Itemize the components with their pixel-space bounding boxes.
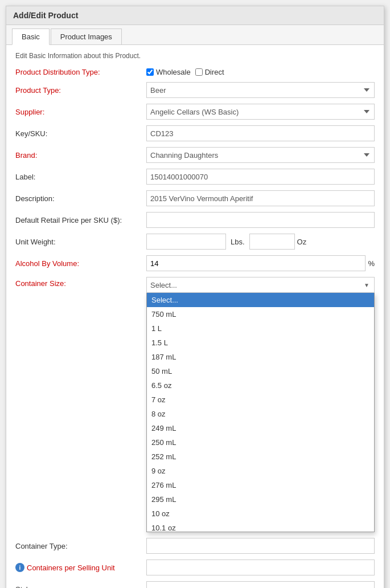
- direct-checkbox-label[interactable]: Direct: [195, 68, 224, 76]
- dropdown-item-750ml[interactable]: 750 mL: [147, 307, 374, 321]
- dropdown-item-1l[interactable]: 1 L: [147, 321, 374, 336]
- container-size-label: Container Size:: [15, 277, 146, 288]
- chevron-down-icon: ▼: [364, 282, 370, 288]
- container-type-row: Container Type:: [15, 538, 375, 554]
- dropdown-item-select[interactable]: Select...: [147, 293, 374, 307]
- brand-row: Brand: Channing Daughters: [15, 147, 375, 163]
- lbs-label: Lbs.: [228, 238, 247, 246]
- key-sku-row: Key/SKU:: [15, 125, 375, 141]
- dropdown-item-10-1oz[interactable]: 10.1 oz: [147, 521, 374, 532]
- distribution-checkboxes: Wholesale Direct: [146, 68, 375, 76]
- distribution-type-label: Product Distribution Type:: [15, 68, 146, 76]
- oz-label: Oz: [297, 238, 307, 246]
- tab-bar: Basic Product Images: [6, 25, 384, 45]
- container-size-row: Container Size: Select... ▼ Select... 75…: [15, 277, 375, 532]
- dropdown-item-10oz[interactable]: 10 oz: [147, 507, 374, 521]
- abv-inputs: %: [146, 255, 375, 271]
- label-input[interactable]: [146, 169, 375, 185]
- product-type-row: Product Type: Beer Wine Spirits Non-Alco…: [15, 82, 375, 98]
- style-input[interactable]: [146, 581, 375, 588]
- abv-input[interactable]: [146, 255, 366, 271]
- brand-select[interactable]: Channing Daughters: [146, 147, 375, 163]
- unit-weight-inputs: Lbs. Oz: [146, 234, 375, 250]
- style-row: Style:: [15, 581, 375, 588]
- containers-per-selling-input[interactable]: [146, 560, 375, 575]
- pct-label: %: [368, 259, 375, 268]
- dropdown-item-7oz[interactable]: 7 oz: [147, 393, 374, 407]
- wholesale-checkbox[interactable]: [146, 68, 154, 76]
- subtitle: Edit Basic Information about this Produc…: [15, 52, 375, 60]
- brand-label: Brand:: [15, 151, 146, 160]
- container-size-select[interactable]: Select... ▼: [146, 277, 375, 293]
- abv-row: Alcohol By Volume: %: [15, 255, 375, 271]
- description-input[interactable]: [146, 190, 375, 206]
- info-icon: i: [15, 563, 24, 572]
- key-sku-label: Key/SKU:: [15, 129, 146, 138]
- unit-weight-oz-input[interactable]: [249, 234, 295, 250]
- dropdown-item-187ml[interactable]: 187 mL: [147, 350, 374, 364]
- containers-per-selling-label: i Containers per Selling Unit: [15, 563, 146, 572]
- unit-weight-label: Unit Weight:: [15, 238, 146, 246]
- dropdown-item-50ml[interactable]: 50 mL: [147, 364, 374, 378]
- dropdown-item-276ml[interactable]: 276 mL: [147, 478, 374, 492]
- default-retail-label: Default Retail Price per SKU ($):: [15, 216, 146, 224]
- containers-per-selling-row: i Containers per Selling Unit: [15, 560, 375, 575]
- tab-basic[interactable]: Basic: [12, 28, 50, 45]
- unit-weight-row: Unit Weight: Lbs. Oz: [15, 234, 375, 250]
- key-sku-input[interactable]: [146, 125, 375, 141]
- supplier-select[interactable]: Angelic Cellars (WS Basic): [146, 104, 375, 120]
- supplier-label: Supplier:: [15, 108, 146, 116]
- dropdown-item-6-5oz[interactable]: 6.5 oz: [147, 378, 374, 393]
- dropdown-item-250ml[interactable]: 250 mL: [147, 435, 374, 450]
- label-label: Label:: [15, 173, 146, 181]
- form-content: Edit Basic Information about this Produc…: [6, 45, 384, 588]
- dropdown-item-249ml[interactable]: 249 mL: [147, 421, 374, 435]
- dropdown-item-8oz[interactable]: 8 oz: [147, 407, 374, 421]
- container-size-dropdown: Select... 750 mL 1 L 1.5 L 187 mL 50 mL …: [146, 293, 375, 532]
- tab-product-images[interactable]: Product Images: [51, 28, 122, 44]
- abv-label: Alcohol By Volume:: [15, 259, 146, 268]
- product-type-label: Product Type:: [15, 86, 146, 95]
- container-type-label: Container Type:: [15, 542, 146, 550]
- description-label: Description:: [15, 194, 146, 203]
- add-edit-product-window: Add/Edit Product Basic Product Images Ed…: [6, 6, 384, 588]
- supplier-row: Supplier: Angelic Cellars (WS Basic): [15, 104, 375, 120]
- distribution-type-row: Product Distribution Type: Wholesale Dir…: [15, 68, 375, 76]
- container-size-wrapper: Select... ▼ Select... 750 mL 1 L 1.5 L 1…: [146, 277, 375, 532]
- window-title: Add/Edit Product: [6, 6, 384, 25]
- dropdown-item-1-5l[interactable]: 1.5 L: [147, 336, 374, 350]
- wholesale-checkbox-label[interactable]: Wholesale: [146, 68, 191, 76]
- container-type-input[interactable]: [146, 538, 375, 554]
- dropdown-item-9oz[interactable]: 9 oz: [147, 464, 374, 478]
- dropdown-item-295ml[interactable]: 295 mL: [147, 492, 374, 507]
- unit-weight-lbs-input[interactable]: [146, 234, 226, 250]
- product-type-select[interactable]: Beer Wine Spirits Non-Alcoholic: [146, 82, 375, 98]
- dropdown-item-252ml[interactable]: 252 mL: [147, 450, 374, 464]
- default-retail-row: Default Retail Price per SKU ($):: [15, 212, 375, 228]
- label-row: Label:: [15, 169, 375, 185]
- style-label: Style:: [15, 585, 146, 589]
- description-row: Description:: [15, 190, 375, 206]
- default-retail-input[interactable]: [146, 212, 375, 228]
- direct-checkbox[interactable]: [195, 68, 203, 76]
